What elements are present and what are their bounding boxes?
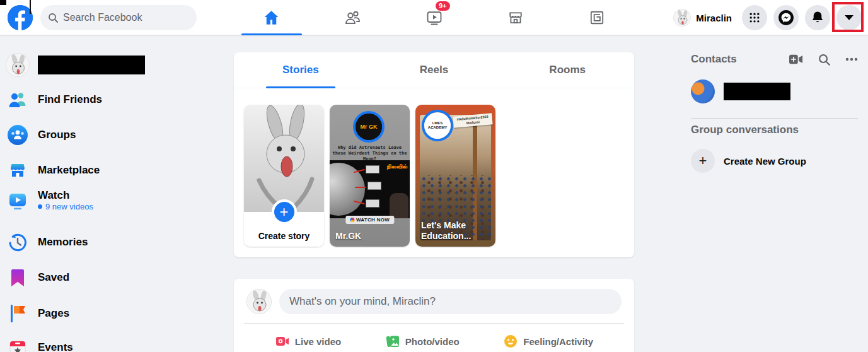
notifications-button[interactable] xyxy=(805,5,830,30)
nav-tab-marketplace[interactable] xyxy=(475,0,557,35)
saved-bookmark-icon xyxy=(6,266,30,290)
chevron-down-icon xyxy=(845,15,854,20)
sidebar-item-label: Watch xyxy=(38,189,93,202)
sidebar-item-label: Pages xyxy=(38,307,69,320)
create-story-card[interactable]: + Create story xyxy=(244,105,324,247)
bunny-avatar-image xyxy=(247,290,272,314)
redacted-name-box xyxy=(724,83,790,100)
new-videos-dot xyxy=(38,204,42,209)
sidebar-item-label: Saved xyxy=(38,271,69,284)
action-label: Feeling/Activity xyxy=(523,336,593,347)
action-label: Photo/video xyxy=(405,336,460,347)
sidebar-item-saved[interactable]: Saved xyxy=(0,265,208,290)
sidebar-item-find-friends[interactable]: Find Friends xyxy=(0,87,208,112)
search-icon xyxy=(818,54,830,66)
cursor-artifact xyxy=(30,0,31,14)
account-menu-button[interactable] xyxy=(836,5,862,30)
live-video-icon xyxy=(275,334,290,349)
search-icon xyxy=(48,13,58,23)
friends-icon xyxy=(344,9,362,26)
ellipsis-icon xyxy=(845,57,858,61)
stories-tabs: Stories Reels Rooms xyxy=(234,52,634,88)
apps-menu-button[interactable] xyxy=(742,5,767,30)
groups-icon xyxy=(6,123,30,147)
nav-tab-home[interactable] xyxy=(231,0,312,35)
screenshot-corner-artifact xyxy=(0,0,6,5)
profile-avatar xyxy=(673,9,691,26)
tamil-overlay-text: நிலவில் xyxy=(386,163,407,170)
facebook-logo[interactable] xyxy=(8,5,33,30)
composer-avatar[interactable] xyxy=(246,289,272,314)
bunny-avatar-image xyxy=(674,9,691,26)
watch-now-badge: WATCH NOW xyxy=(345,216,394,224)
thumb-frame xyxy=(366,199,379,208)
story-card-lmes[interactable]: #Aduthalakku-2022 Madurai LMES ACADEMY L… xyxy=(415,105,495,247)
watch-new-videos-link[interactable]: 9 new videos xyxy=(38,202,93,211)
live-video-button[interactable]: Live video xyxy=(269,329,347,352)
nav-tab-friends[interactable] xyxy=(312,0,393,35)
story-author-avatar: LMES ACADEMY xyxy=(422,110,453,141)
watch-sublabel: 9 new videos xyxy=(45,202,93,211)
photo-video-icon xyxy=(385,334,400,349)
sidebar-item-label: Events xyxy=(38,341,73,352)
apps-grid-icon xyxy=(748,11,761,24)
contacts-title: Contacts xyxy=(691,53,789,66)
plus-icon: + xyxy=(272,199,297,225)
profile-shortcut[interactable]: Miraclin xyxy=(672,8,736,28)
story-author-avatar: Mr GK xyxy=(353,111,385,143)
story-author-name: Let's Make Education... xyxy=(421,220,492,242)
messenger-icon xyxy=(778,9,794,26)
feeling-activity-button[interactable]: Feeling/Activity xyxy=(497,329,599,352)
sidebar-item-profile[interactable] xyxy=(0,52,208,78)
composer-placeholder: What's on your mind, Miraclin? xyxy=(289,295,436,308)
sidebar-item-watch[interactable]: Watch 9 new videos xyxy=(0,189,208,222)
story-caption: Why did Astronauts Leave these Weirdest … xyxy=(332,145,407,162)
create-story-preview-image xyxy=(244,105,324,212)
sidebar-item-marketplace[interactable]: Marketplace xyxy=(0,158,208,183)
find-friends-icon xyxy=(6,88,30,112)
tab-stories[interactable]: Stories xyxy=(234,52,367,88)
whats-on-your-mind-input[interactable]: What's on your mind, Miraclin? xyxy=(279,289,622,314)
tab-rooms[interactable]: Rooms xyxy=(501,52,634,88)
sidebar-item-memories[interactable]: Memories xyxy=(0,230,208,255)
search-input[interactable] xyxy=(63,12,183,23)
story-thumbnail: நிலவில் xyxy=(330,160,410,218)
watch-icon xyxy=(425,9,443,26)
main-nav-tabs: 9+ xyxy=(231,0,638,35)
red-arrow xyxy=(355,187,366,188)
sidebar-item-label: Groups xyxy=(38,129,76,141)
redacted-name-box xyxy=(38,56,145,74)
contact-list-item[interactable] xyxy=(691,79,858,104)
photo-video-button[interactable]: Photo/video xyxy=(379,329,466,352)
create-new-group-button[interactable]: + Create New Group xyxy=(691,148,858,173)
tab-reels[interactable]: Reels xyxy=(367,52,501,88)
sidebar-profile-avatar xyxy=(6,53,30,77)
search-bar[interactable] xyxy=(40,5,197,30)
memories-icon xyxy=(6,230,30,254)
composer-actions: Live video Photo/video Feeling/Activity xyxy=(234,324,634,352)
nav-tab-gaming[interactable] xyxy=(557,0,638,35)
watch-notification-badge: 9+ xyxy=(436,1,450,11)
rail-divider xyxy=(691,118,858,119)
top-navigation-bar: 9+ xyxy=(0,0,868,35)
facebook-f-icon xyxy=(8,5,33,30)
watch-now-label: WATCH NOW xyxy=(356,217,390,223)
marketplace-icon xyxy=(6,158,30,182)
contacts-header: Contacts xyxy=(691,53,858,66)
messenger-button[interactable] xyxy=(773,5,799,30)
contacts-options-button[interactable] xyxy=(845,57,858,61)
thumb-frame xyxy=(367,182,381,190)
nav-tab-watch[interactable]: 9+ xyxy=(393,0,475,35)
sidebar-item-label: Memories xyxy=(38,236,88,249)
active-tab-underline xyxy=(241,33,302,35)
sidebar-item-pages[interactable]: Pages xyxy=(0,301,208,326)
feeling-smiley-icon xyxy=(503,334,518,349)
sidebar-item-events[interactable]: Events xyxy=(0,335,208,352)
marketplace-icon xyxy=(507,9,524,26)
new-room-button[interactable] xyxy=(789,54,803,65)
sidebar-item-groups[interactable]: Groups xyxy=(0,122,208,148)
search-contacts-button[interactable] xyxy=(818,54,830,66)
topbar-actions: Miraclin xyxy=(672,5,862,30)
story-card-mrgk[interactable]: Mr GK Why did Astronauts Leave these Wei… xyxy=(330,105,410,247)
sidebar-item-label: Marketplace xyxy=(38,164,100,177)
